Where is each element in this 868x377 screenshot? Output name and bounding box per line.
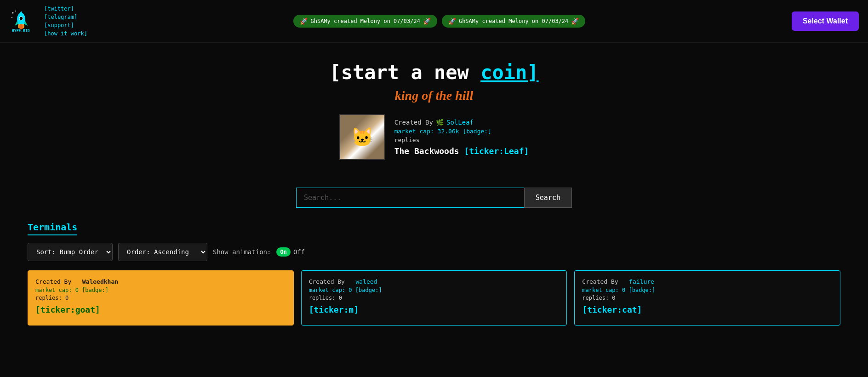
card-3-creator: failure bbox=[629, 278, 654, 285]
ticker-marquee-area: 🚀 GhSAMy created Melony on 07/03/24 🚀 🚀 … bbox=[95, 15, 784, 28]
ticker-text-1: GhSAMy created Melony on 07/03/24 bbox=[310, 18, 420, 24]
toggle-off-label[interactable]: Off bbox=[293, 248, 305, 256]
card-3-market-cap: market cap: 0 [badge:] bbox=[582, 287, 833, 293]
king-creator-icon: 🌿 bbox=[436, 119, 444, 126]
animation-toggle[interactable]: On Off bbox=[276, 247, 305, 257]
card-2-creator: waleed bbox=[355, 278, 377, 285]
card-1-replies: replies: 0 bbox=[35, 295, 286, 301]
king-ticker: [ticker:Leaf] bbox=[464, 146, 529, 156]
search-button[interactable]: Search bbox=[524, 188, 572, 208]
header: HYPE.BID [twitter] [telegram] [support] … bbox=[0, 0, 868, 43]
cards-row: Created By Waleedkhan market cap: 0 [bad… bbox=[28, 270, 840, 326]
king-replies: replies bbox=[394, 137, 529, 143]
king-coin-name: The Backwoods [ticker:Leaf] bbox=[394, 146, 529, 156]
terminals-label: Terminals bbox=[28, 222, 77, 235]
terminals-section: Terminals Sort: Bump Order Sort: Date So… bbox=[0, 222, 868, 326]
king-coin-name-text: The Backwoods bbox=[394, 146, 459, 156]
support-link[interactable]: [support] bbox=[44, 21, 87, 29]
hero-title: [start a new coin] bbox=[9, 61, 859, 84]
coin-card-2[interactable]: Created By waleed market cap: 0 [badge:]… bbox=[301, 270, 567, 326]
sort-dropdown[interactable]: Sort: Bump Order Sort: Date Sort: Market… bbox=[28, 243, 113, 261]
how-it-works-link[interactable]: [how it work] bbox=[44, 29, 87, 38]
king-image: 🐱 bbox=[339, 114, 385, 160]
toggle-on-label[interactable]: On bbox=[276, 247, 290, 257]
svg-point-2 bbox=[11, 17, 12, 18]
card-2-replies: replies: 0 bbox=[309, 295, 560, 301]
ticker-badge-1: 🚀 GhSAMy created Melony on 07/03/24 🚀 bbox=[293, 15, 437, 28]
card-2-created-by: Created By waleed bbox=[309, 278, 560, 285]
coin-card-3[interactable]: Created By failure market cap: 0 [badge:… bbox=[574, 270, 840, 326]
card-1-ticker: [ticker:goat] bbox=[35, 305, 286, 314]
king-info: Created By 🌿 SolLeaf market cap: 32.06k … bbox=[394, 119, 529, 156]
svg-point-5 bbox=[19, 17, 23, 20]
ticker-emoji-2: 🚀 bbox=[448, 17, 456, 25]
svg-marker-4 bbox=[18, 11, 24, 16]
king-creator-name: SolLeaf bbox=[446, 119, 474, 126]
telegram-link[interactable]: [telegram] bbox=[44, 13, 87, 21]
card-1-created-by: Created By Waleedkhan bbox=[35, 278, 286, 285]
ticker-emoji-2-end: 🚀 bbox=[571, 17, 579, 25]
svg-text:HYPE.BID: HYPE.BID bbox=[12, 29, 30, 33]
card-3-ticker: [ticker:cat] bbox=[582, 305, 833, 314]
controls-row: Sort: Bump Order Sort: Date Sort: Market… bbox=[28, 243, 840, 261]
card-3-created-by-label: Created By bbox=[582, 278, 618, 285]
card-1-market-cap: market cap: 0 [badge:] bbox=[35, 287, 286, 293]
logo-area: HYPE.BID bbox=[9, 9, 33, 33]
card-1-creator: Waleedkhan bbox=[82, 278, 118, 285]
order-dropdown[interactable]: Order: Ascending Order: Descending bbox=[118, 243, 207, 261]
king-market-cap: market cap: 32.06k [badge:] bbox=[394, 128, 529, 135]
card-2-market-cap: market cap: 0 [badge:] bbox=[309, 287, 560, 293]
king-created-by: Created By 🌿 SolLeaf bbox=[394, 119, 529, 126]
card-1-created-by-label: Created By bbox=[35, 278, 71, 285]
card-2-ticker: [ticker:m] bbox=[309, 305, 560, 314]
hero-subtitle: king of the hill bbox=[9, 88, 859, 103]
animation-label: Show animation: bbox=[213, 248, 271, 256]
king-created-by-label: Created By bbox=[394, 119, 433, 126]
svg-point-0 bbox=[12, 12, 14, 14]
search-input[interactable] bbox=[296, 188, 524, 208]
ticker-emoji-1-end: 🚀 bbox=[423, 17, 431, 25]
card-3-created-by: Created By failure bbox=[582, 278, 833, 285]
ticker-emoji-1: 🚀 bbox=[300, 17, 308, 25]
select-wallet-button[interactable]: Select Wallet bbox=[792, 11, 859, 31]
hero-title-link[interactable]: coin] bbox=[480, 61, 538, 84]
search-area: Search bbox=[296, 188, 572, 208]
hero-title-prefix: [start a new bbox=[329, 61, 480, 84]
svg-point-1 bbox=[15, 11, 16, 11]
hero-section: [start a new coin] king of the hill 🐱 Cr… bbox=[0, 43, 868, 183]
card-3-replies: replies: 0 bbox=[582, 295, 833, 301]
ticker-badge-2: 🚀 GhSAMy created Melony on 07/03/24 🚀 bbox=[442, 15, 585, 28]
logo-icon: HYPE.BID bbox=[9, 9, 33, 33]
ticker-text-2: GhSAMy created Melony on 07/03/24 bbox=[459, 18, 568, 24]
coin-card-1[interactable]: Created By Waleedkhan market cap: 0 [bad… bbox=[28, 270, 294, 326]
king-card: 🐱 Created By 🌿 SolLeaf market cap: 32.06… bbox=[296, 114, 572, 160]
nav-links: [twitter] [telegram] [support] [how it w… bbox=[44, 5, 87, 38]
twitter-link[interactable]: [twitter] bbox=[44, 5, 87, 13]
card-2-created-by-label: Created By bbox=[309, 278, 345, 285]
